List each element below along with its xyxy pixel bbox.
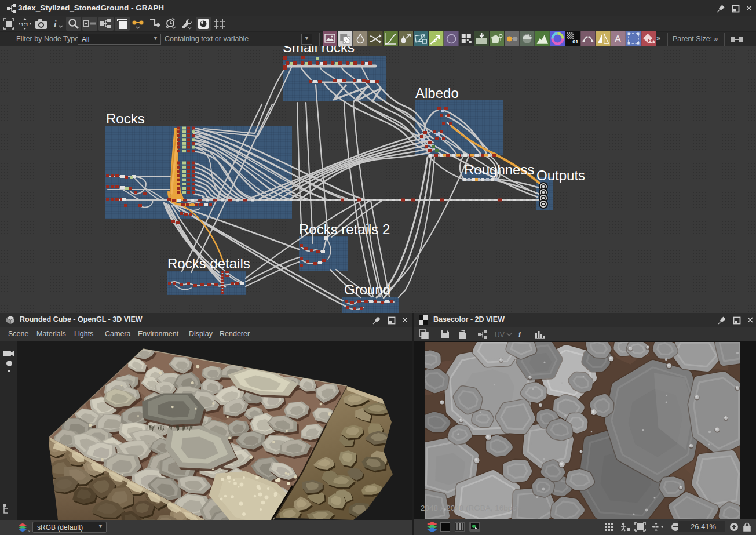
- svg-text:1:1: 1:1: [21, 21, 28, 27]
- svg-text:Rocks details: Rocks details: [167, 256, 250, 271]
- svg-text:01: 01: [572, 39, 578, 45]
- svg-text:i: i: [518, 330, 521, 339]
- svg-text:Roughness: Roughness: [464, 162, 534, 177]
- svg-text:i: i: [54, 19, 57, 30]
- svg-text:Small rocks: Small rocks: [283, 46, 355, 55]
- svg-text:Ground: Ground: [344, 282, 390, 297]
- svg-text:Outputs: Outputs: [536, 168, 585, 183]
- svg-text:A: A: [615, 34, 622, 45]
- svg-text:Rocks retails 2: Rocks retails 2: [299, 221, 390, 237]
- svg-text:Albedo: Albedo: [415, 85, 459, 101]
- svg-text:Rocks: Rocks: [106, 111, 145, 126]
- svg-text:UV: UV: [495, 331, 505, 339]
